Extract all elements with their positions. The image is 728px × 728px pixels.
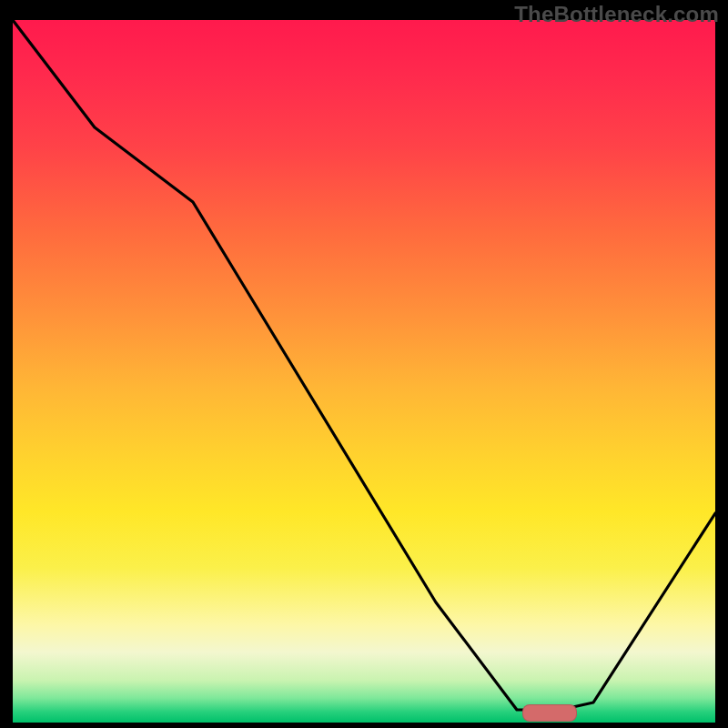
watermark-text: TheBottleneck.com — [514, 2, 719, 27]
bottleneck-curve — [13, 20, 715, 723]
optimal-range-marker — [522, 704, 577, 722]
curve-path — [13, 20, 715, 710]
